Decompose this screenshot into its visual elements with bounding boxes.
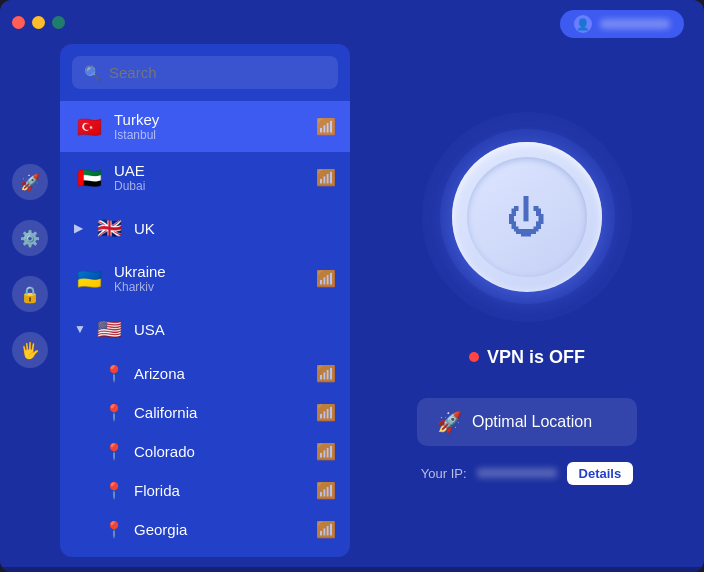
search-box: 🔍 bbox=[72, 56, 338, 89]
pin-california: 📍 bbox=[104, 403, 124, 422]
pin-florida: 📍 bbox=[104, 481, 124, 500]
country-item-uk[interactable]: ▶ 🇬🇧 UK bbox=[60, 203, 350, 253]
server-name-uae: UAE bbox=[114, 162, 316, 179]
traffic-lights bbox=[12, 16, 65, 29]
sub-name-florida: Florida bbox=[134, 482, 316, 499]
sidebar-icon-settings[interactable]: ⚙️ bbox=[12, 220, 48, 256]
signal-arizona: 📶 bbox=[316, 364, 336, 383]
chevron-usa: ▼ bbox=[74, 322, 86, 336]
pin-arizona: 📍 bbox=[104, 364, 124, 383]
sub-name-california: California bbox=[134, 404, 316, 421]
user-badge[interactable]: 👤 bbox=[560, 10, 684, 38]
country-name-usa: USA bbox=[134, 321, 336, 338]
server-name-ukraine: Ukraine bbox=[114, 263, 316, 280]
country-name-uk: UK bbox=[134, 220, 336, 237]
server-city-ukraine: Kharkiv bbox=[114, 280, 316, 294]
server-list: 🇹🇷 Turkey Istanbul 📶 🇦🇪 UAE Dubai 📶 bbox=[60, 101, 350, 557]
maximize-button[interactable] bbox=[52, 16, 65, 29]
server-name-turkey: Turkey bbox=[114, 111, 316, 128]
main-content: 🚀 ⚙️ 🔒 🖐 🔍 🇹🇷 Turkey Istanbul bbox=[0, 44, 704, 567]
flag-uae: 🇦🇪 bbox=[74, 163, 104, 193]
signal-california: 📶 bbox=[316, 403, 336, 422]
server-item-florida[interactable]: 📍 Florida 📶 bbox=[60, 471, 350, 510]
flag-uk: 🇬🇧 bbox=[94, 213, 124, 243]
power-button[interactable]: ⏻ bbox=[452, 142, 602, 292]
close-button[interactable] bbox=[12, 16, 25, 29]
server-item-turkey[interactable]: 🇹🇷 Turkey Istanbul 📶 bbox=[60, 101, 350, 152]
minimize-button[interactable] bbox=[32, 16, 45, 29]
ip-label: Your IP: bbox=[421, 466, 467, 481]
vpn-status-text: VPN is OFF bbox=[487, 347, 585, 368]
search-icon: 🔍 bbox=[84, 65, 101, 81]
sidebar-icon-lock[interactable]: 🔒 bbox=[12, 276, 48, 312]
server-item-georgia[interactable]: 📍 Georgia 📶 bbox=[60, 510, 350, 549]
server-item-ukraine[interactable]: 🇺🇦 Ukraine Kharkiv 📶 bbox=[60, 253, 350, 304]
status-dot bbox=[469, 352, 479, 362]
ip-value bbox=[477, 468, 557, 478]
user-icon: 👤 bbox=[574, 15, 592, 33]
search-input[interactable] bbox=[109, 64, 326, 81]
power-area: ⏻ bbox=[417, 107, 637, 327]
signal-turkey: 📶 bbox=[316, 117, 336, 136]
signal-ukraine: 📶 bbox=[316, 269, 336, 288]
server-item-california[interactable]: 📍 California 📶 bbox=[60, 393, 350, 432]
power-symbol: ⏻ bbox=[507, 197, 547, 237]
sub-name-georgia: Georgia bbox=[134, 521, 316, 538]
sub-name-arizona: Arizona bbox=[134, 365, 316, 382]
details-button[interactable]: Details bbox=[567, 462, 634, 485]
ip-row: Your IP: Details bbox=[421, 462, 633, 485]
flag-ukraine: 🇺🇦 bbox=[74, 264, 104, 294]
pin-georgia: 📍 bbox=[104, 520, 124, 539]
server-item-arizona[interactable]: 📍 Arizona 📶 bbox=[60, 354, 350, 393]
signal-uae: 📶 bbox=[316, 168, 336, 187]
country-item-usa[interactable]: ▼ 🇺🇸 USA bbox=[60, 304, 350, 354]
optimal-location-button[interactable]: 🚀 Optimal Location bbox=[417, 398, 637, 446]
optimal-rocket-icon: 🚀 bbox=[437, 410, 462, 434]
sidebar-icon-rocket[interactable]: 🚀 bbox=[12, 164, 48, 200]
server-city-uae: Dubai bbox=[114, 179, 316, 193]
flag-turkey: 🇹🇷 bbox=[74, 112, 104, 142]
vpn-status: VPN is OFF bbox=[469, 347, 585, 368]
signal-georgia: 📶 bbox=[316, 520, 336, 539]
bottom-bar: ❓ Support 🐛 Report Bug bbox=[0, 567, 704, 572]
server-item-colorado[interactable]: 📍 Colorado 📶 bbox=[60, 432, 350, 471]
signal-colorado: 📶 bbox=[316, 442, 336, 461]
server-item-uae[interactable]: 🇦🇪 UAE Dubai 📶 bbox=[60, 152, 350, 203]
sidebar-icons: 🚀 ⚙️ 🔒 🖐 bbox=[0, 44, 60, 567]
power-inner: ⏻ bbox=[467, 157, 587, 277]
server-panel: 🔍 🇹🇷 Turkey Istanbul 📶 🇦🇪 bbox=[60, 44, 350, 557]
sub-name-colorado: Colorado bbox=[134, 443, 316, 460]
title-bar: 👤 bbox=[0, 0, 704, 44]
chevron-uk: ▶ bbox=[74, 221, 86, 235]
flag-usa: 🇺🇸 bbox=[94, 314, 124, 344]
right-panel: ⏻ VPN is OFF 🚀 Optimal Location Your IP:… bbox=[350, 44, 704, 567]
app-window: 👤 🚀 ⚙️ 🔒 🖐 🔍 🇹🇷 T bbox=[0, 0, 704, 572]
server-city-turkey: Istanbul bbox=[114, 128, 316, 142]
pin-colorado: 📍 bbox=[104, 442, 124, 461]
user-name bbox=[600, 19, 670, 29]
signal-florida: 📶 bbox=[316, 481, 336, 500]
sidebar-icon-hand[interactable]: 🖐 bbox=[12, 332, 48, 368]
optimal-location-label: Optimal Location bbox=[472, 413, 592, 431]
